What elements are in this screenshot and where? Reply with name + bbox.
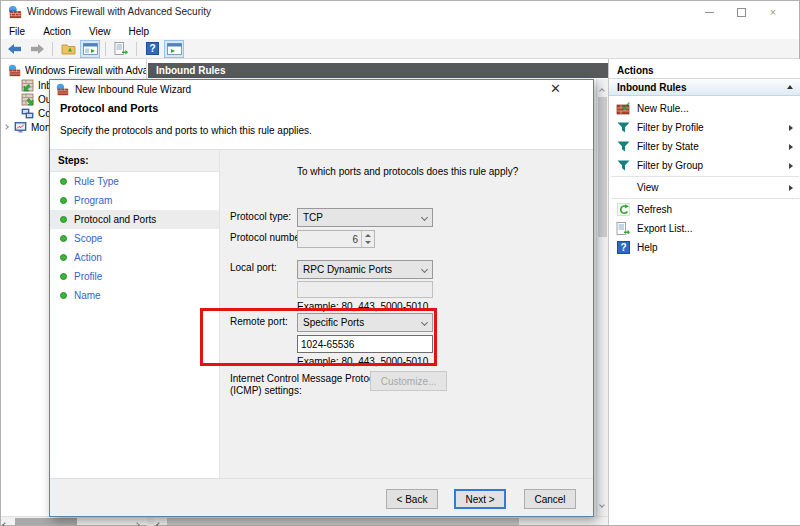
maximize-button[interactable] xyxy=(726,1,756,23)
menu-help[interactable]: Help xyxy=(128,26,149,37)
protocol-type-label: Protocol type: xyxy=(230,211,291,222)
rules-panel-title: Inbound Rules xyxy=(156,65,225,76)
title-bar: Windows Firewall with Advanced Security … xyxy=(1,1,799,23)
action-export-list[interactable]: Export List... xyxy=(609,219,800,238)
toolbar-separator xyxy=(105,42,106,56)
horizontal-scrollbar[interactable] xyxy=(1,516,608,525)
wizard-title-bar: New Inbound Rule Wizard ✕ xyxy=(50,80,593,98)
wizard-heading: Protocol and Ports xyxy=(60,102,158,114)
tree-root-label: Windows Firewall with Advanced Security xyxy=(25,65,147,76)
wizard-footer: < Back Next > Cancel xyxy=(50,478,593,516)
scrollbar-thumb[interactable] xyxy=(15,518,77,525)
toolbar-separator xyxy=(52,42,53,56)
remote-port-dropdown[interactable]: Specific Ports xyxy=(297,313,433,332)
wizard-content: To which ports and protocols does this r… xyxy=(220,150,593,478)
action-filter-by-group[interactable]: Filter by Group xyxy=(609,156,800,175)
app-window: Windows Firewall with Advanced Security … xyxy=(0,0,800,526)
minimize-button[interactable] xyxy=(694,1,724,23)
cancel-button[interactable]: Cancel xyxy=(524,489,576,509)
expand-chevron-icon[interactable] xyxy=(3,124,9,130)
wizard-close-icon[interactable]: ✕ xyxy=(550,82,561,95)
tree-root-firewall[interactable]: Windows Firewall with Advanced Security xyxy=(1,63,146,77)
step-label[interactable]: Program xyxy=(74,195,112,206)
export-list-icon xyxy=(615,222,631,235)
step-dot-icon xyxy=(60,235,67,242)
close-button[interactable]: × xyxy=(758,1,788,23)
remote-port-example: Example: 80, 443, 5000-5010 xyxy=(297,356,428,367)
local-port-example: Example: 80, 443, 5000-5010 xyxy=(297,301,428,312)
console-tree-button[interactable] xyxy=(80,40,100,58)
filter-icon xyxy=(615,121,631,134)
chevron-down-icon xyxy=(421,319,428,326)
step-dot-icon xyxy=(60,273,67,280)
inbound-rules-icon xyxy=(21,79,34,92)
scroll-up-icon[interactable] xyxy=(600,84,604,95)
show-action-pane-button[interactable] xyxy=(164,40,184,58)
back-button[interactable]: < Back xyxy=(386,489,438,509)
scroll-left-icon[interactable] xyxy=(157,518,161,526)
collapse-arrow-icon[interactable] xyxy=(787,85,793,89)
step-dot-icon xyxy=(60,216,67,223)
new-rule-icon xyxy=(615,102,631,115)
pane-splitter[interactable] xyxy=(147,517,154,526)
actions-list: New Rule... Filter by Profile Filter by … xyxy=(609,99,800,257)
export-list-button[interactable] xyxy=(111,40,131,58)
scroll-down-icon[interactable] xyxy=(600,498,604,509)
protocol-type-dropdown[interactable]: TCP xyxy=(297,208,433,227)
scrollbar-thumb[interactable] xyxy=(598,97,607,237)
step-protocol-and-ports[interactable]: Protocol and Ports xyxy=(50,210,219,229)
action-refresh[interactable]: Refresh xyxy=(609,200,800,219)
action-view[interactable]: View xyxy=(609,178,800,197)
customize-button[interactable]: Customize... xyxy=(370,371,447,391)
action-label: Refresh xyxy=(637,204,672,215)
local-port-dropdown[interactable]: RPC Dynamic Ports xyxy=(297,260,433,279)
submenu-arrow-icon xyxy=(789,144,793,150)
actions-group-header[interactable]: Inbound Rules xyxy=(609,79,800,96)
local-port-input xyxy=(297,281,433,298)
new-inbound-rule-wizard: New Inbound Rule Wizard ✕ Protocol and P… xyxy=(49,79,594,517)
step-label[interactable]: Scope xyxy=(74,233,102,244)
scroll-right-icon[interactable] xyxy=(135,518,139,526)
menu-view[interactable]: View xyxy=(89,26,111,37)
step-label[interactable]: Action xyxy=(74,252,102,263)
forward-button[interactable] xyxy=(27,40,47,58)
step-dot-icon xyxy=(60,197,67,204)
step-rule-type[interactable]: Rule Type xyxy=(50,172,219,191)
folder-up-button[interactable] xyxy=(58,40,78,58)
scroll-left-icon[interactable] xyxy=(3,518,7,526)
chevron-down-icon xyxy=(421,214,428,221)
step-dot-icon xyxy=(60,254,67,261)
action-label: Export List... xyxy=(637,223,693,234)
step-profile[interactable]: Profile xyxy=(50,267,219,286)
step-label[interactable]: Name xyxy=(74,290,101,301)
step-label[interactable]: Rule Type xyxy=(74,176,119,187)
action-filter-by-state[interactable]: Filter by State xyxy=(609,137,800,156)
step-scope[interactable]: Scope xyxy=(50,229,219,248)
menu-file[interactable]: File xyxy=(9,26,25,37)
filter-icon xyxy=(615,140,631,153)
help-button[interactable]: ? xyxy=(142,40,162,58)
icmp-label-line2: (ICMP) settings: xyxy=(230,385,302,396)
wizard-body: Steps: Rule Type Program Protocol and Po… xyxy=(50,150,593,478)
submenu-arrow-icon xyxy=(789,185,793,191)
action-new-rule[interactable]: New Rule... xyxy=(609,99,800,118)
vertical-scrollbar[interactable] xyxy=(596,79,608,516)
outbound-rules-icon xyxy=(21,93,34,106)
step-program[interactable]: Program xyxy=(50,191,219,210)
next-button[interactable]: Next > xyxy=(454,489,506,509)
actions-panel: Actions Inbound Rules New Rule... Filter… xyxy=(608,59,800,525)
firewall-icon xyxy=(56,83,69,96)
scrollbar-thumb[interactable] xyxy=(167,518,519,525)
menu-action[interactable]: Action xyxy=(43,26,71,37)
wizard-title: New Inbound Rule Wizard xyxy=(75,84,191,95)
step-name[interactable]: Name xyxy=(50,286,219,305)
step-label[interactable]: Profile xyxy=(74,271,102,282)
steps-header: Steps: xyxy=(50,150,219,172)
remote-port-input[interactable] xyxy=(297,335,433,353)
step-action[interactable]: Action xyxy=(50,248,219,267)
action-help[interactable]: ? Help xyxy=(609,238,800,257)
local-port-value: RPC Dynamic Ports xyxy=(303,264,422,275)
back-button[interactable] xyxy=(5,40,25,58)
action-filter-by-profile[interactable]: Filter by Profile xyxy=(609,118,800,137)
filter-icon xyxy=(615,159,631,172)
